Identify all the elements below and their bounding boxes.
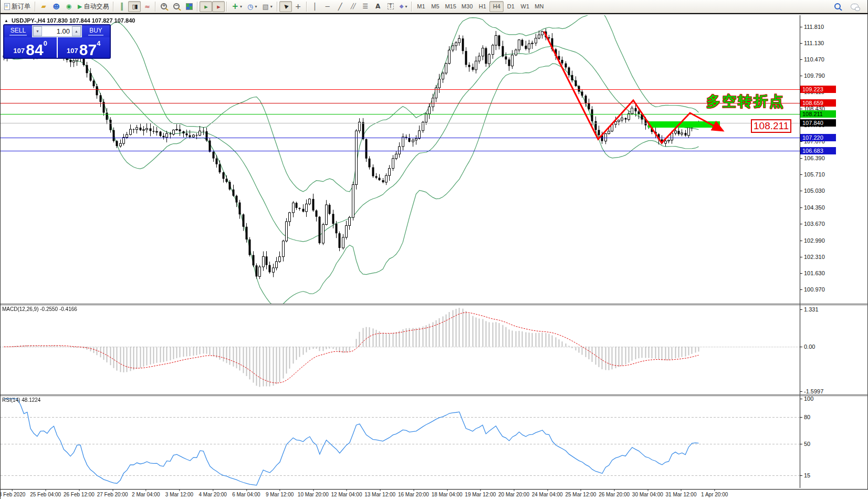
rsi-panel-canvas[interactable] [1,396,800,489]
toolbar-separator [197,2,198,12]
trend-arrow-drawing[interactable] [1,15,800,304]
volume-down-button[interactable]: ▼ [33,26,42,36]
auto-trading-button[interactable]: ▶自动交易 [75,1,111,12]
zoom-in-button[interactable] [158,1,170,12]
rsi-axis-label: 15 [804,472,810,479]
time-axis-label: 27 Feb 20:00 [97,492,128,497]
time-axis-label: 24 Mar 04:00 [532,492,563,497]
rsi-label: RSI(14) 48.1224 [2,397,40,403]
macd-axis-label: 0.00 [804,344,815,350]
tf-h4-button[interactable]: H4 [489,1,504,12]
channel-button[interactable]: ╱╱ [347,1,359,12]
price-badge: 109.223 [800,86,836,93]
buy-price[interactable]: 107 87 4 [58,37,110,58]
symbol-info: ▲ USDJPY-,H4 107.830 107.844 107.827 107… [4,17,135,24]
tf-m5-button[interactable]: M5 [428,1,442,12]
vline-button[interactable]: │ [309,1,321,12]
tf-m30-button[interactable]: M30 [459,1,475,12]
symbol-ohlc-text: USDJPY-,H4 107.830 107.844 107.827 107.8… [12,17,135,24]
tf-w1-button[interactable]: W1 [518,1,532,12]
time-axis-label: 18 Mar 04:00 [432,492,463,497]
shapes-button[interactable]: ◆▾ [397,1,410,12]
tf-d1-button[interactable]: D1 [504,1,518,12]
sell-button[interactable]: SELL [4,25,32,37]
panel-splitter[interactable] [1,394,868,395]
zoom-out-button[interactable] [170,1,183,12]
templates-button[interactable]: ▧▾ [259,1,275,12]
fibonacci-button[interactable]: ☰ [359,1,372,12]
line-chart-button[interactable]: ≈ [141,1,153,12]
toolbar-separator [306,2,307,12]
sell-price[interactable]: 107 84 0 [4,37,57,58]
hline-button[interactable]: ─ [321,1,334,12]
time-axis-label: 6 Mar 04:00 [232,492,260,497]
toolbar: 新订单▰☻◉▶自动交易║▯▮≈▸▸+▾◷▾▧▾▶+│─╱╱╱☰AT◆▾M1M5M… [1,0,867,13]
buy-price-big: 87 [79,43,97,57]
tf-w1-button-label: W1 [521,3,530,9]
chat-icon [851,4,859,9]
tf-m15-button[interactable]: M15 [442,1,458,12]
time-axis-label: 3 Feb 2020 [0,492,25,497]
mt4-window: 新订单▰☻◉▶自动交易║▯▮≈▸▸+▾◷▾▧▾▶+│─╱╱╱☰AT◆▾M1M5M… [0,0,868,499]
one-click-trading-panel: SELL ▼ ▲ BUY 107 84 0 107 87 4 [3,24,111,59]
time-axis-label: 30 Mar 04:00 [632,492,663,497]
oct-collapse-icon[interactable]: ▲ [4,18,8,23]
time-axis-label: 2 Mar 04:00 [132,492,160,497]
candle-chart-button[interactable]: ▯▮ [128,1,141,12]
price-axis-label: 102.990 [804,237,825,244]
tf-h1-button[interactable]: H1 [475,1,489,12]
toolbar-separator [113,2,114,12]
sell-price-big: 84 [26,43,43,57]
tf-m15-button-label: M15 [445,3,456,9]
macd-panel-canvas[interactable] [1,305,800,394]
tf-mn-button[interactable]: MN [532,1,546,12]
panel-splitter[interactable] [1,396,868,396]
auto-scroll-button[interactable]: ▸ [200,1,212,12]
periods-button[interactable]: ◷▾ [245,1,259,12]
bar-chart-button[interactable]: ║ [116,1,128,12]
new-order-button[interactable]: 新订单 [2,1,33,12]
community-button[interactable]: ☻ [50,1,62,12]
rsi-axis-label: 50 [804,441,810,447]
chart-shift-button[interactable]: ▸ [212,1,225,12]
price-annotation-box[interactable]: 108.211 [751,119,791,133]
price-axis-label: 111.130 [804,40,824,46]
price-badge: 106.683 [800,147,836,154]
trendline-button[interactable]: ╱ [334,1,347,12]
sell-price-prefix: 107 [14,47,25,55]
crosshair-button[interactable]: + [292,1,305,12]
chinese-annotation[interactable]: 多空转折点 [706,92,785,111]
price-badge: 108.659 [800,99,836,107]
crayon-icon: ▰ [41,3,46,9]
crayon-button[interactable]: ▰ [37,1,50,12]
buy-button[interactable]: BUY [82,25,110,37]
text-button[interactable]: A [372,1,384,12]
price-axis-label: 101.630 [804,270,825,276]
red-zigzag-arrow[interactable] [544,32,723,143]
indicators-button[interactable]: +▾ [229,1,245,12]
label-button[interactable]: T [384,1,397,12]
zoom-in-icon [161,3,167,9]
buy-price-prefix: 107 [67,47,78,55]
clock-icon: ◷ [247,3,253,10]
price-axis-label: 103.670 [804,221,825,227]
mql5-icon: ◉ [66,3,71,9]
time-axis[interactable]: 3 Feb 202025 Feb 04:0026 Feb 12:0027 Feb… [1,489,868,499]
mql5-button[interactable]: ◉ [62,1,75,12]
panel-splitter[interactable] [1,305,868,305]
search-button[interactable] [831,1,844,12]
tf-h1-button-label: H1 [479,3,486,9]
cursor-icon: ▶ [282,3,289,10]
chart-window[interactable]: ▲ USDJPY-,H4 107.830 107.844 107.827 107… [1,13,867,499]
chevron-down-icon: ▾ [270,4,273,9]
chat-button[interactable] [848,1,861,12]
panel-splitter[interactable] [1,304,868,304]
tf-m1-button[interactable]: M1 [414,1,428,12]
rsi-axis-label: 80 [804,414,810,420]
tile-windows-button[interactable] [183,1,195,12]
volume-input[interactable] [42,26,72,36]
volume-up-button[interactable]: ▲ [72,26,81,36]
cursor-button[interactable]: ▶ [279,1,292,12]
autotrade-icon: ▶ [78,4,82,9]
toolbar-right [831,1,866,12]
